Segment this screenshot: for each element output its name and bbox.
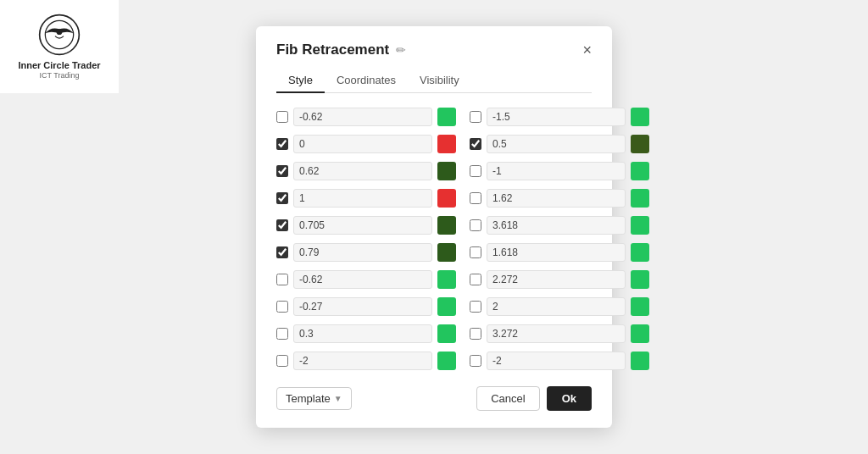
color-swatch[interactable] <box>437 270 456 289</box>
fib-checkbox[interactable] <box>470 165 481 177</box>
fib-row-left <box>276 349 456 373</box>
fib-value-input[interactable] <box>487 243 626 262</box>
fib-row-left <box>276 132 456 156</box>
color-swatch[interactable] <box>631 324 649 343</box>
fib-value-input[interactable] <box>293 324 432 343</box>
color-swatch[interactable] <box>437 189 456 208</box>
color-swatch[interactable] <box>631 108 649 126</box>
template-label: Template <box>286 392 331 405</box>
color-swatch[interactable] <box>631 243 649 262</box>
fib-checkbox[interactable] <box>276 219 288 231</box>
logo-area: Inner Circle Trader ICT Trading <box>0 0 119 93</box>
color-swatch[interactable] <box>437 352 456 370</box>
fib-checkbox[interactable] <box>276 274 288 285</box>
cancel-button[interactable]: Cancel <box>476 386 539 411</box>
fib-grid <box>276 105 592 373</box>
fib-value-input[interactable] <box>293 189 432 208</box>
color-swatch[interactable] <box>631 189 649 208</box>
fib-value-input[interactable] <box>293 108 432 126</box>
modal-footer: Template ▼ Cancel Ok <box>276 386 592 411</box>
fib-value-input[interactable] <box>487 324 626 343</box>
fib-row-right <box>470 295 649 318</box>
fib-checkbox[interactable] <box>470 138 481 150</box>
ok-button[interactable]: Ok <box>547 386 592 411</box>
color-swatch[interactable] <box>631 352 649 370</box>
fib-row-left <box>276 322 456 346</box>
modal-title-area: Fib Retracement ✏ <box>276 42 406 58</box>
tab-coordinates[interactable]: Coordinates <box>325 69 408 93</box>
fib-row-right <box>470 105 649 129</box>
fib-value-input[interactable] <box>487 352 626 370</box>
edit-icon[interactable]: ✏ <box>396 43 406 57</box>
color-swatch[interactable] <box>631 135 649 153</box>
fib-value-input[interactable] <box>293 243 432 262</box>
fib-row-right <box>470 241 649 264</box>
fib-checkbox[interactable] <box>470 192 481 204</box>
fib-row-left <box>276 268 456 291</box>
fib-checkbox[interactable] <box>276 301 288 313</box>
fib-checkbox[interactable] <box>276 165 288 177</box>
fib-checkbox[interactable] <box>276 246 288 258</box>
fib-row-left <box>276 213 456 237</box>
fib-checkbox[interactable] <box>470 355 481 367</box>
footer-buttons: Cancel Ok <box>476 386 592 411</box>
color-swatch[interactable] <box>631 162 649 180</box>
color-swatch[interactable] <box>631 270 649 289</box>
fib-checkbox[interactable] <box>276 111 288 123</box>
svg-point-2 <box>57 29 63 35</box>
fib-value-input[interactable] <box>293 162 432 180</box>
fib-value-input[interactable] <box>293 297 432 316</box>
color-swatch[interactable] <box>437 297 456 316</box>
fib-row-left <box>276 159 456 183</box>
fib-value-input[interactable] <box>293 352 432 370</box>
fib-value-input[interactable] <box>293 135 432 153</box>
color-swatch[interactable] <box>437 135 456 153</box>
logo-subtitle: ICT Trading <box>40 71 80 80</box>
fib-row-right <box>470 349 649 373</box>
fib-row-right <box>470 132 649 156</box>
tabs: Style Coordinates Visibility <box>276 69 592 93</box>
logo-icon <box>38 14 81 56</box>
color-swatch[interactable] <box>437 162 456 180</box>
fib-checkbox[interactable] <box>276 192 288 204</box>
fib-row-right <box>470 159 649 183</box>
fib-checkbox[interactable] <box>276 138 288 150</box>
fib-checkbox[interactable] <box>470 328 481 340</box>
modal: Fib Retracement ✏ × Style Coordinates Vi… <box>256 26 612 428</box>
color-swatch[interactable] <box>631 216 649 235</box>
fib-value-input[interactable] <box>293 216 432 235</box>
fib-row-left <box>276 105 456 129</box>
color-swatch[interactable] <box>437 108 456 126</box>
color-swatch[interactable] <box>437 324 456 343</box>
color-swatch[interactable] <box>437 216 456 235</box>
fib-value-input[interactable] <box>487 270 626 289</box>
logo-title: Inner Circle Trader <box>18 59 100 71</box>
color-swatch[interactable] <box>437 243 456 262</box>
template-button[interactable]: Template ▼ <box>276 387 352 410</box>
fib-checkbox[interactable] <box>276 328 288 340</box>
fib-checkbox[interactable] <box>470 219 481 231</box>
modal-header: Fib Retracement ✏ × <box>276 42 592 58</box>
fib-row-right <box>470 268 649 291</box>
fib-checkbox[interactable] <box>470 111 481 123</box>
fib-value-input[interactable] <box>487 189 626 208</box>
fib-value-input[interactable] <box>487 108 626 126</box>
color-swatch[interactable] <box>631 297 649 316</box>
close-icon[interactable]: × <box>582 42 592 58</box>
chevron-down-icon: ▼ <box>334 394 342 403</box>
fib-checkbox[interactable] <box>276 355 288 367</box>
fib-value-input[interactable] <box>487 297 626 316</box>
fib-value-input[interactable] <box>487 216 626 235</box>
fib-checkbox[interactable] <box>470 301 481 313</box>
tab-visibility[interactable]: Visibility <box>408 69 471 93</box>
modal-title: Fib Retracement <box>276 42 389 58</box>
fib-row-left <box>276 295 456 318</box>
fib-row-left <box>276 186 456 210</box>
fib-checkbox[interactable] <box>470 246 481 258</box>
fib-value-input[interactable] <box>293 270 432 289</box>
fib-row-left <box>276 241 456 264</box>
fib-value-input[interactable] <box>487 135 626 153</box>
tab-style[interactable]: Style <box>276 69 325 93</box>
fib-value-input[interactable] <box>487 162 626 180</box>
fib-checkbox[interactable] <box>470 274 481 285</box>
